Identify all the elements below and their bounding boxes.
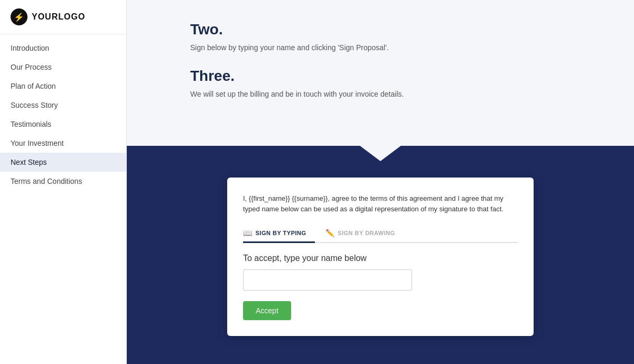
tab-drawing-label: SIGN BY DRAWING xyxy=(338,230,395,236)
sidebar-item-introduction[interactable]: Introduction xyxy=(0,39,126,58)
tab-sign-by-drawing[interactable]: ✏️ SIGN BY DRAWING xyxy=(325,225,404,243)
name-input-label: To accept, type your name below xyxy=(243,254,518,263)
logo-icon: ⚡ xyxy=(11,8,27,25)
signature-card: I, {{first_name}} {{surname}}, agree to … xyxy=(227,178,534,336)
signature-tabs: 📖 SIGN BY TYPING ✏️ SIGN BY DRAWING xyxy=(243,225,518,243)
step-two-title: Two. xyxy=(190,21,571,38)
name-input[interactable] xyxy=(243,269,412,291)
sidebar-item-our-process[interactable]: Our Process xyxy=(0,58,126,77)
logo-text: YOURLOGO xyxy=(32,12,85,22)
main-content: Two. Sign below by typing your name and … xyxy=(127,0,634,364)
logo-area: ⚡ YOURLOGO xyxy=(0,0,126,34)
dark-section: I, {{first_name}} {{surname}}, agree to … xyxy=(127,146,634,364)
sidebar: ⚡ YOURLOGO Introduction Our Process Plan… xyxy=(0,0,127,364)
top-section: Two. Sign below by typing your name and … xyxy=(127,0,634,146)
sidebar-item-next-steps[interactable]: Next Steps xyxy=(0,153,126,172)
sidebar-item-success-story[interactable]: Success Story xyxy=(0,96,126,115)
sidebar-item-terms-and-conditions[interactable]: Terms and Conditions xyxy=(0,172,126,191)
pen-icon: ✏️ xyxy=(325,229,335,237)
step-two-description: Sign below by typing your name and click… xyxy=(190,43,571,52)
tab-sign-by-typing[interactable]: 📖 SIGN BY TYPING xyxy=(243,225,315,243)
sidebar-item-plan-of-action[interactable]: Plan of Action xyxy=(0,77,126,96)
section-divider-chevron xyxy=(359,145,402,161)
tab-typing-label: SIGN BY TYPING xyxy=(256,230,306,236)
step-three-title: Three. xyxy=(190,68,571,85)
sidebar-item-your-investment[interactable]: Your Investment xyxy=(0,134,126,153)
step-three-description: We will set up the billing and be in tou… xyxy=(190,90,571,98)
bolt-icon: ⚡ xyxy=(14,12,24,22)
sidebar-item-testimonials[interactable]: Testimonials xyxy=(0,115,126,134)
agreement-text: I, {{first_name}} {{surname}}, agree to … xyxy=(243,193,518,214)
sidebar-nav: Introduction Our Process Plan of Action … xyxy=(0,39,126,191)
book-icon: 📖 xyxy=(243,229,253,237)
accept-button[interactable]: Accept xyxy=(243,301,291,320)
